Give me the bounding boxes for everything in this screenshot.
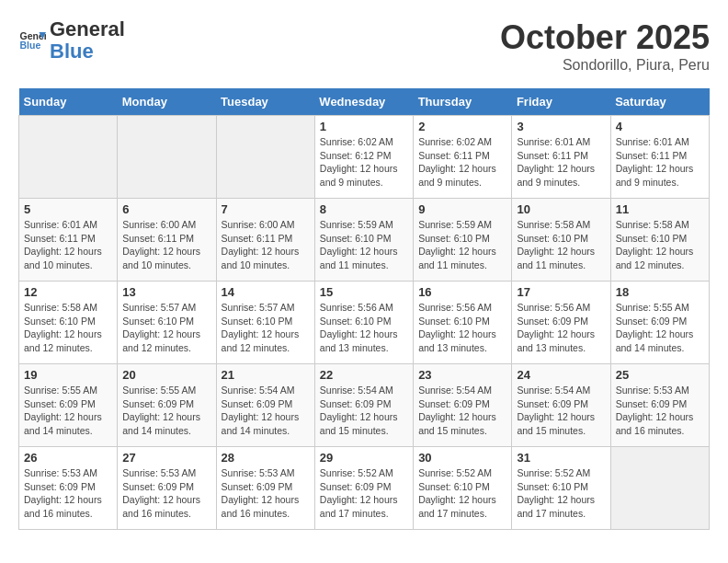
day-info: Sunrise: 6:01 AM Sunset: 6:11 PM Dayligh… bbox=[24, 218, 112, 272]
weekday-header: Monday bbox=[118, 88, 216, 116]
calendar-cell: 16Sunrise: 5:56 AM Sunset: 6:10 PM Dayli… bbox=[414, 282, 512, 364]
day-info: Sunrise: 5:55 AM Sunset: 6:09 PM Dayligh… bbox=[616, 301, 704, 355]
calendar-cell: 29Sunrise: 5:52 AM Sunset: 6:09 PM Dayli… bbox=[314, 447, 413, 530]
day-info: Sunrise: 5:53 AM Sunset: 6:09 PM Dayligh… bbox=[122, 466, 210, 521]
calendar-cell: 3Sunrise: 6:01 AM Sunset: 6:11 PM Daylig… bbox=[512, 116, 610, 199]
calendar-cell: 24Sunrise: 5:54 AM Sunset: 6:09 PM Dayli… bbox=[512, 364, 610, 447]
weekday-header: Sunday bbox=[19, 88, 118, 116]
calendar-cell: 11Sunrise: 5:58 AM Sunset: 6:10 PM Dayli… bbox=[610, 199, 709, 282]
day-number: 26 bbox=[24, 451, 112, 465]
day-number: 23 bbox=[418, 368, 506, 382]
calendar-cell: 10Sunrise: 5:58 AM Sunset: 6:10 PM Dayli… bbox=[512, 199, 610, 282]
calendar-cell: 1Sunrise: 6:02 AM Sunset: 6:12 PM Daylig… bbox=[314, 116, 413, 199]
calendar-cell: 15Sunrise: 5:56 AM Sunset: 6:10 PM Dayli… bbox=[314, 282, 413, 364]
day-info: Sunrise: 5:58 AM Sunset: 6:10 PM Dayligh… bbox=[517, 218, 605, 272]
calendar-cell bbox=[19, 116, 118, 199]
day-number: 20 bbox=[122, 368, 210, 382]
day-info: Sunrise: 6:00 AM Sunset: 6:11 PM Dayligh… bbox=[222, 218, 310, 272]
month-title: October 2025 bbox=[500, 18, 710, 57]
day-info: Sunrise: 5:55 AM Sunset: 6:09 PM Dayligh… bbox=[24, 384, 112, 438]
weekday-header: Friday bbox=[512, 88, 610, 116]
calendar-cell: 19Sunrise: 5:55 AM Sunset: 6:09 PM Dayli… bbox=[19, 364, 118, 447]
day-info: Sunrise: 5:54 AM Sunset: 6:09 PM Dayligh… bbox=[418, 384, 506, 438]
calendar-cell: 25Sunrise: 5:53 AM Sunset: 6:09 PM Dayli… bbox=[610, 364, 709, 447]
location: Sondorillo, Piura, Peru bbox=[500, 57, 710, 74]
logo: General Blue General Blue bbox=[18, 18, 125, 63]
day-number: 14 bbox=[222, 285, 310, 299]
day-number: 19 bbox=[24, 368, 112, 382]
weekday-header: Thursday bbox=[414, 88, 512, 116]
calendar-week-row: 19Sunrise: 5:55 AM Sunset: 6:09 PM Dayli… bbox=[19, 364, 710, 447]
day-info: Sunrise: 5:52 AM Sunset: 6:10 PM Dayligh… bbox=[517, 466, 605, 521]
day-info: Sunrise: 6:02 AM Sunset: 6:11 PM Dayligh… bbox=[418, 135, 506, 190]
day-info: Sunrise: 5:53 AM Sunset: 6:09 PM Dayligh… bbox=[222, 466, 310, 521]
day-number: 21 bbox=[222, 368, 310, 382]
day-info: Sunrise: 5:54 AM Sunset: 6:09 PM Dayligh… bbox=[517, 384, 605, 438]
day-info: Sunrise: 5:59 AM Sunset: 6:10 PM Dayligh… bbox=[320, 218, 408, 272]
calendar-cell: 31Sunrise: 5:52 AM Sunset: 6:10 PM Dayli… bbox=[512, 447, 610, 530]
calendar-cell: 26Sunrise: 5:53 AM Sunset: 6:09 PM Dayli… bbox=[19, 447, 118, 530]
day-number: 1 bbox=[320, 120, 408, 133]
day-info: Sunrise: 5:54 AM Sunset: 6:09 PM Dayligh… bbox=[320, 384, 408, 438]
calendar-cell: 22Sunrise: 5:54 AM Sunset: 6:09 PM Dayli… bbox=[314, 364, 413, 447]
calendar-cell bbox=[216, 116, 314, 199]
day-info: Sunrise: 5:56 AM Sunset: 6:10 PM Dayligh… bbox=[418, 301, 506, 355]
calendar-cell: 14Sunrise: 5:57 AM Sunset: 6:10 PM Dayli… bbox=[216, 282, 314, 364]
day-number: 13 bbox=[122, 285, 210, 299]
day-number: 17 bbox=[517, 285, 605, 299]
calendar-cell: 20Sunrise: 5:55 AM Sunset: 6:09 PM Dayli… bbox=[118, 364, 216, 447]
calendar-cell: 30Sunrise: 5:52 AM Sunset: 6:10 PM Dayli… bbox=[414, 447, 512, 530]
logo-text: General Blue bbox=[50, 18, 125, 63]
day-number: 27 bbox=[122, 451, 210, 465]
calendar-cell: 12Sunrise: 5:58 AM Sunset: 6:10 PM Dayli… bbox=[19, 282, 118, 364]
calendar-cell: 7Sunrise: 6:00 AM Sunset: 6:11 PM Daylig… bbox=[216, 199, 314, 282]
weekday-header: Wednesday bbox=[314, 88, 413, 116]
logo-icon: General Blue bbox=[18, 27, 46, 54]
calendar-cell: 27Sunrise: 5:53 AM Sunset: 6:09 PM Dayli… bbox=[118, 447, 216, 530]
day-info: Sunrise: 5:52 AM Sunset: 6:09 PM Dayligh… bbox=[320, 466, 408, 521]
calendar-cell: 5Sunrise: 6:01 AM Sunset: 6:11 PM Daylig… bbox=[19, 199, 118, 282]
header-row: SundayMondayTuesdayWednesdayThursdayFrid… bbox=[19, 88, 710, 116]
calendar-cell: 13Sunrise: 5:57 AM Sunset: 6:10 PM Dayli… bbox=[118, 282, 216, 364]
day-number: 6 bbox=[122, 202, 210, 216]
calendar-table: SundayMondayTuesdayWednesdayThursdayFrid… bbox=[18, 88, 710, 530]
day-info: Sunrise: 5:53 AM Sunset: 6:09 PM Dayligh… bbox=[616, 384, 704, 438]
calendar-week-row: 5Sunrise: 6:01 AM Sunset: 6:11 PM Daylig… bbox=[19, 199, 710, 282]
day-number: 4 bbox=[616, 120, 704, 133]
day-number: 10 bbox=[517, 202, 605, 216]
calendar-cell: 6Sunrise: 6:00 AM Sunset: 6:11 PM Daylig… bbox=[118, 199, 216, 282]
day-number: 29 bbox=[320, 451, 408, 465]
svg-text:Blue: Blue bbox=[20, 40, 41, 51]
day-number: 22 bbox=[320, 368, 408, 382]
calendar-cell: 21Sunrise: 5:54 AM Sunset: 6:09 PM Dayli… bbox=[216, 364, 314, 447]
day-number: 2 bbox=[418, 120, 506, 133]
day-info: Sunrise: 6:01 AM Sunset: 6:11 PM Dayligh… bbox=[517, 135, 605, 190]
calendar-cell: 2Sunrise: 6:02 AM Sunset: 6:11 PM Daylig… bbox=[414, 116, 512, 199]
calendar-cell: 28Sunrise: 5:53 AM Sunset: 6:09 PM Dayli… bbox=[216, 447, 314, 530]
weekday-header: Saturday bbox=[610, 88, 709, 116]
day-number: 25 bbox=[616, 368, 704, 382]
day-number: 16 bbox=[418, 285, 506, 299]
title-block: October 2025 Sondorillo, Piura, Peru bbox=[500, 18, 710, 74]
calendar-cell bbox=[118, 116, 216, 199]
calendar-cell: 18Sunrise: 5:55 AM Sunset: 6:09 PM Dayli… bbox=[610, 282, 709, 364]
day-number: 31 bbox=[517, 451, 605, 465]
day-number: 18 bbox=[616, 285, 704, 299]
day-info: Sunrise: 5:55 AM Sunset: 6:09 PM Dayligh… bbox=[122, 384, 210, 438]
calendar-week-row: 1Sunrise: 6:02 AM Sunset: 6:12 PM Daylig… bbox=[19, 116, 710, 199]
day-number: 12 bbox=[24, 285, 112, 299]
calendar-cell: 4Sunrise: 6:01 AM Sunset: 6:11 PM Daylig… bbox=[610, 116, 709, 199]
day-info: Sunrise: 5:58 AM Sunset: 6:10 PM Dayligh… bbox=[24, 301, 112, 355]
calendar-cell bbox=[610, 447, 709, 530]
day-info: Sunrise: 5:52 AM Sunset: 6:10 PM Dayligh… bbox=[418, 466, 506, 521]
day-number: 5 bbox=[24, 202, 112, 216]
day-info: Sunrise: 6:02 AM Sunset: 6:12 PM Dayligh… bbox=[320, 135, 408, 190]
day-number: 28 bbox=[222, 451, 310, 465]
day-info: Sunrise: 5:56 AM Sunset: 6:10 PM Dayligh… bbox=[320, 301, 408, 355]
calendar-cell: 17Sunrise: 5:56 AM Sunset: 6:09 PM Dayli… bbox=[512, 282, 610, 364]
day-info: Sunrise: 5:56 AM Sunset: 6:09 PM Dayligh… bbox=[517, 301, 605, 355]
day-info: Sunrise: 5:58 AM Sunset: 6:10 PM Dayligh… bbox=[616, 218, 704, 272]
day-info: Sunrise: 5:57 AM Sunset: 6:10 PM Dayligh… bbox=[222, 301, 310, 355]
day-info: Sunrise: 6:01 AM Sunset: 6:11 PM Dayligh… bbox=[616, 135, 704, 190]
day-info: Sunrise: 5:57 AM Sunset: 6:10 PM Dayligh… bbox=[122, 301, 210, 355]
